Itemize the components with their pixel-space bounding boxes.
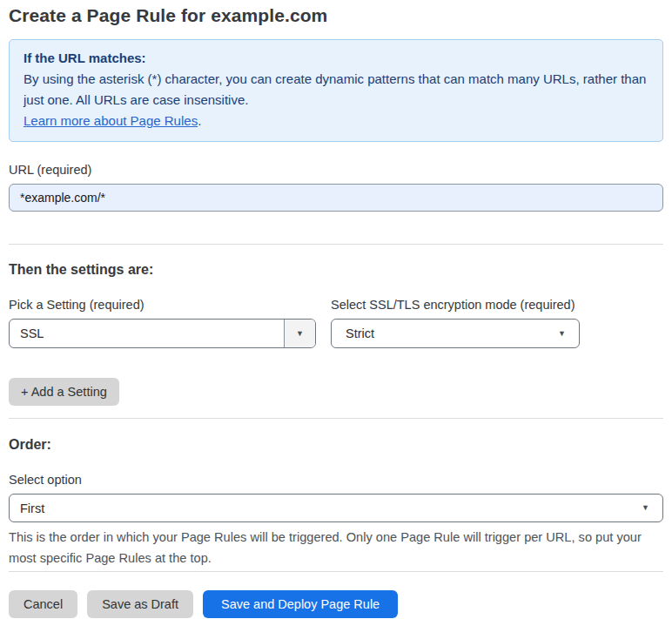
url-field-label: URL (required)	[9, 163, 663, 177]
page-rule-form: Create a Page Rule for example.com If th…	[0, 5, 672, 618]
chevron-down-icon: ▼	[296, 330, 304, 338]
mode-select-column: Select SSL/TLS encryption mode (required…	[331, 298, 580, 348]
order-section: Select option First ▼ This is the order …	[9, 473, 663, 569]
cancel-button[interactable]: Cancel	[9, 590, 77, 618]
page-title: Create a Page Rule for example.com	[9, 5, 663, 26]
setting-select-label: Pick a Setting (required)	[9, 298, 316, 312]
section-divider	[9, 244, 663, 245]
setting-select-value: SSL	[10, 326, 284, 340]
info-box-heading: If the URL matches:	[24, 48, 648, 69]
order-select[interactable]: First ▼	[9, 494, 663, 522]
footer-actions: Cancel Save as Draft Save and Deploy Pag…	[9, 590, 663, 618]
url-input[interactable]	[9, 184, 663, 212]
info-box-body: By using the asterisk (*) character, you…	[24, 69, 648, 111]
order-select-value: First	[10, 501, 642, 515]
settings-section-heading: Then the settings are:	[9, 262, 663, 278]
chevron-down-icon: ▼	[558, 330, 579, 338]
setting-select-arrow-segment: ▼	[284, 320, 315, 347]
url-section: URL (required)	[9, 163, 663, 212]
info-box-link-line: Learn more about Page Rules.	[24, 111, 648, 131]
mode-select-value: Strict	[332, 326, 558, 340]
add-setting-button[interactable]: + Add a Setting	[9, 378, 119, 406]
section-divider	[9, 418, 663, 419]
order-select-label: Select option	[9, 473, 663, 487]
link-period: .	[198, 113, 201, 128]
url-match-info-box: If the URL matches: By using the asteris…	[9, 39, 663, 142]
save-draft-button[interactable]: Save as Draft	[87, 590, 193, 618]
learn-more-link[interactable]: Learn more about Page Rules	[24, 113, 198, 128]
order-section-heading: Order:	[9, 437, 663, 453]
setting-select-column: Pick a Setting (required) SSL ▼	[9, 298, 316, 348]
chevron-down-icon: ▼	[642, 504, 662, 512]
ssl-mode-select[interactable]: Strict ▼	[331, 319, 580, 348]
settings-row: Pick a Setting (required) SSL ▼ Select S…	[9, 298, 663, 348]
save-deploy-button[interactable]: Save and Deploy Page Rule	[203, 590, 398, 618]
section-divider	[9, 571, 663, 572]
mode-select-label: Select SSL/TLS encryption mode (required…	[331, 298, 580, 312]
order-help-text: This is the order in which your Page Rul…	[9, 527, 660, 569]
setting-select[interactable]: SSL ▼	[9, 319, 316, 348]
